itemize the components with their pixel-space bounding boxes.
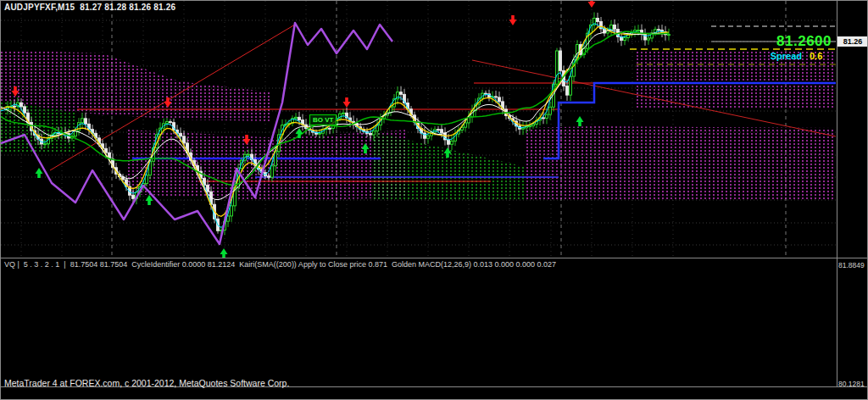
chart-canvas[interactable] xyxy=(1,1,868,400)
quote-info-panel: 81.2600 Spread 0.6 xyxy=(771,33,832,63)
mt4-chart-window: AUDJPYFXF,M15 81.27 81.28 81.26 81.26 81… xyxy=(0,0,868,400)
price-axis[interactable] xyxy=(837,1,868,386)
time-axis[interactable] xyxy=(1,387,868,400)
spread-value: 0.6 xyxy=(810,51,832,61)
spread-label: Spread xyxy=(771,51,802,61)
current-price-display: 81.2600 xyxy=(776,33,832,50)
bo-vt-badge: BO VT xyxy=(309,114,337,125)
subwindow-axis-max: 81.8849 xyxy=(838,261,865,269)
current-price-axis-box: 81.26 xyxy=(837,36,868,47)
main-sub-separator[interactable] xyxy=(1,258,868,258)
chart-title: AUDJPYFXF,M15 81.27 81.28 81.26 81.26 xyxy=(4,3,175,12)
indicator-subwindow-header: VQ | 5 . 3 . 2 . 1 | 81.7504 81.7504 Cyc… xyxy=(4,260,556,269)
spread-row: Spread 0.6 xyxy=(771,50,832,63)
